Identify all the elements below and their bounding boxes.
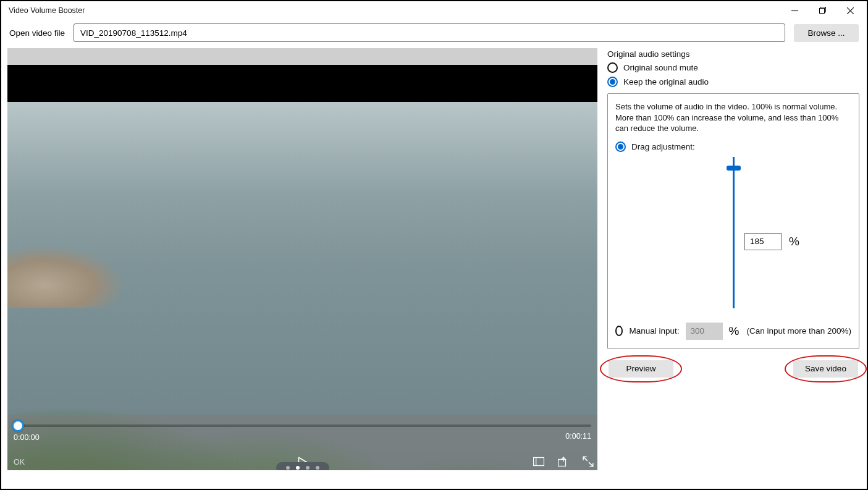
volume-box: Sets the volume of audio in the video. 1… [607, 93, 859, 349]
percent-sign: % [729, 324, 739, 338]
radio-original-mute[interactable]: Original sound mute [607, 62, 859, 73]
fullscreen-icon[interactable] [583, 456, 594, 467]
svg-rect-2 [534, 458, 544, 466]
ok-label: OK [14, 458, 25, 467]
preview-button[interactable]: Preview [609, 360, 673, 378]
manual-input-label: Manual input: [629, 326, 679, 336]
video-preview-pane: 0:00:00 0:00:11 OK [7, 48, 597, 470]
browse-button[interactable]: Browse ... [794, 24, 859, 42]
minimize-button[interactable] [781, 2, 809, 19]
svg-rect-3 [536, 458, 536, 466]
video-frame [7, 48, 597, 470]
radio-label: Original sound mute [623, 63, 698, 72]
video-controls-overlay: 0:00:00 0:00:11 OK [7, 415, 597, 470]
share-icon[interactable] [558, 457, 569, 467]
radio-icon-selected [615, 142, 626, 152]
file-path-input[interactable] [74, 23, 785, 42]
svg-rect-1 [819, 9, 824, 14]
time-current: 0:00:00 [14, 433, 40, 442]
radio-label: Keep the original audio [623, 77, 709, 87]
open-file-label: Open video file [9, 28, 65, 38]
volume-description: Sets the volume of audio in the video. 1… [615, 101, 851, 134]
seek-bar[interactable] [14, 425, 591, 427]
volume-slider-thumb[interactable] [727, 166, 741, 171]
volume-slider-area: % [615, 156, 851, 310]
save-video-button[interactable]: Save video [793, 360, 858, 378]
file-row: Open video file Browse ... [1, 20, 867, 48]
radio-keep-original[interactable]: Keep the original audio [607, 77, 859, 87]
svg-rect-4 [558, 460, 566, 467]
settings-pane: Original audio settings Original sound m… [607, 48, 859, 470]
window-title: Video Volume Booster [9, 6, 85, 15]
time-duration: 0:00:11 [565, 432, 591, 441]
page-indicator[interactable] [276, 462, 329, 470]
manual-percent-input[interactable] [686, 323, 723, 340]
close-button[interactable] [836, 2, 864, 19]
radio-manual-input[interactable] [615, 326, 623, 336]
radio-icon-selected [607, 77, 618, 87]
volume-percent-input[interactable] [744, 233, 782, 250]
percent-sign: % [789, 235, 799, 248]
titlebar: Video Volume Booster [1, 1, 867, 20]
radio-icon [607, 62, 618, 73]
aspect-ratio-icon[interactable] [533, 457, 544, 467]
seek-handle[interactable] [12, 420, 24, 432]
settings-heading: Original audio settings [607, 49, 859, 59]
radio-label: Drag adjustment: [631, 142, 695, 151]
manual-hint: (Can input more than 200%) [746, 326, 851, 336]
radio-drag-adjustment[interactable]: Drag adjustment: [615, 142, 851, 152]
volume-slider[interactable] [733, 157, 735, 308]
maximize-button[interactable] [809, 2, 836, 19]
